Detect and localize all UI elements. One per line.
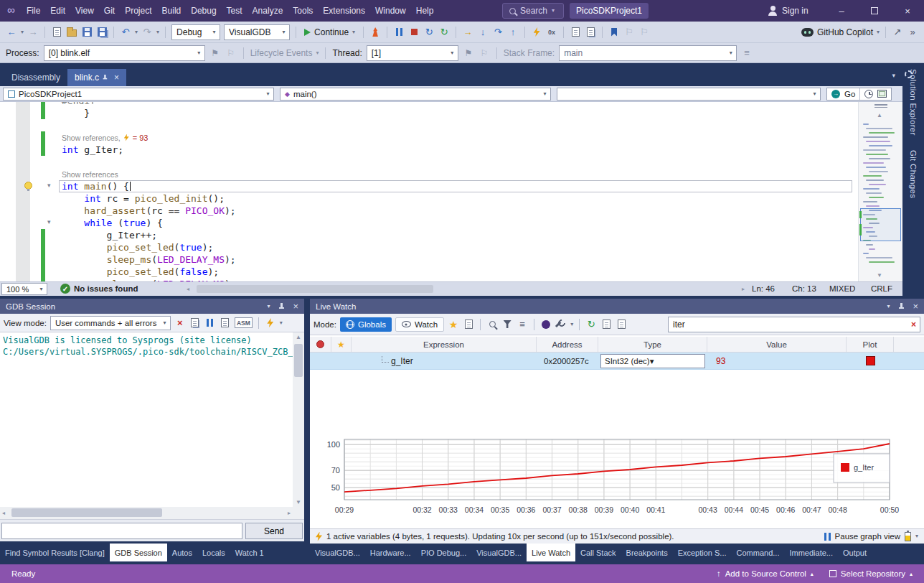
undo-caret-icon[interactable]: ▾ bbox=[135, 29, 138, 35]
stop-capture-icon[interactable]: × bbox=[174, 317, 186, 330]
add-to-source-control-button[interactable]: ↑ Add to Source Control ▴ bbox=[717, 569, 814, 578]
gdb-vertical-scrollbar[interactable]: ▲ ▼ bbox=[293, 332, 304, 507]
memory-window-icon[interactable] bbox=[570, 26, 581, 39]
panel-tab-live-watch[interactable]: Live Watch bbox=[527, 544, 575, 561]
watch-toggle[interactable]: Watch bbox=[395, 317, 444, 332]
scroll-left-icon[interactable]: ◂ bbox=[187, 286, 189, 292]
scroll-right-icon[interactable]: ▸ bbox=[288, 510, 291, 516]
scroll-left-icon[interactable]: ◂ bbox=[2, 510, 5, 516]
panel-tab-visualgdb[interactable]: VisualGDB... bbox=[310, 544, 365, 561]
save-all-icon[interactable] bbox=[96, 26, 108, 39]
panel-tab-call-stack[interactable]: Call Stack bbox=[575, 544, 621, 561]
diagnostic-tools-icon[interactable] bbox=[531, 26, 542, 39]
panel-tab-autos[interactable]: Autos bbox=[167, 544, 197, 561]
panel-tab-hardware[interactable]: Hardware... bbox=[365, 544, 416, 561]
plot-swatch[interactable] bbox=[866, 356, 875, 365]
panel-tab-pio-debug[interactable]: PIO Debug... bbox=[416, 544, 472, 561]
settings-caret-icon[interactable]: ▾ bbox=[570, 322, 573, 327]
hex-display-icon[interactable]: 0x bbox=[546, 26, 557, 39]
save-icon[interactable] bbox=[81, 26, 93, 39]
menu-debug[interactable]: Debug bbox=[186, 0, 221, 22]
menu-analyze[interactable]: Analyze bbox=[248, 0, 288, 22]
menu-extensions[interactable]: Extensions bbox=[318, 0, 370, 22]
filter-icon[interactable] bbox=[501, 318, 513, 331]
pause-output-icon[interactable] bbox=[204, 317, 216, 330]
new-file-icon[interactable] bbox=[51, 26, 62, 39]
custom-shortcuts-icon[interactable] bbox=[265, 317, 276, 330]
redo-caret-icon[interactable]: ▾ bbox=[156, 29, 159, 35]
titlebar-project-badge[interactable]: PicoSDKProject1 bbox=[570, 3, 649, 19]
panel-tab-exception-s[interactable]: Exception S... bbox=[673, 544, 732, 561]
navigate-forward-icon[interactable]: → bbox=[27, 26, 39, 39]
toolbar-overflow-icon[interactable]: » bbox=[907, 26, 918, 39]
undo-icon[interactable]: ↶ bbox=[120, 26, 131, 39]
codelens-line[interactable]: Show references bbox=[62, 168, 854, 180]
gdb-output[interactable]: VisualGDB is licensed to Sysprogs (site … bbox=[0, 332, 293, 507]
scrollbar-thumb[interactable] bbox=[11, 508, 162, 517]
scroll-right-icon[interactable]: ▸ bbox=[742, 286, 745, 292]
globals-toggle[interactable]: Globals bbox=[340, 317, 392, 332]
panel-tab-visualgdb[interactable]: VisualGDB... bbox=[471, 544, 527, 561]
minimap[interactable]: ▲ ▼ bbox=[858, 102, 902, 281]
debug-location-options-icon[interactable]: ≡ bbox=[741, 47, 753, 60]
live-memory-icon[interactable] bbox=[877, 90, 887, 98]
panel-tab-immediate[interactable]: Immediate... bbox=[784, 544, 838, 561]
code-line[interactable]: } bbox=[62, 107, 854, 119]
menu-help[interactable]: Help bbox=[411, 0, 439, 22]
step-over-icon[interactable]: ↷ bbox=[492, 26, 504, 39]
code-line[interactable]: g_Iter++; bbox=[62, 229, 854, 241]
fold-chevron-icon[interactable]: ▾ bbox=[47, 218, 51, 225]
gdb-session-title-bar[interactable]: GDB Session ▾ × bbox=[0, 299, 304, 314]
window-position-icon[interactable]: ▾ bbox=[267, 304, 270, 309]
code-editor[interactable]: ▾ ▾ #endif }Show references,= 93int g_It… bbox=[0, 102, 902, 281]
restart-icon[interactable]: ↻ bbox=[423, 26, 435, 39]
member-scope-combo[interactable]: ▾ bbox=[557, 88, 821, 101]
side-tab-git-changes[interactable]: Git Changes bbox=[909, 150, 918, 198]
code-line[interactable]: hard_assert(rc == PICO_OK); bbox=[62, 205, 854, 217]
thread-combo[interactable]: [1]▾ bbox=[367, 45, 458, 61]
export-icon[interactable] bbox=[600, 318, 612, 331]
registers-window-icon[interactable] bbox=[585, 26, 596, 39]
profiler-clock-icon[interactable] bbox=[864, 90, 873, 98]
hot-reload-icon[interactable] bbox=[369, 26, 381, 39]
flag-icon[interactable]: ⚑ bbox=[209, 47, 221, 60]
watch-row[interactable]: g_Iter0x2000257cSInt32 (dec)▾93 bbox=[310, 353, 924, 370]
document-tab-blink-c[interactable]: blink.c× bbox=[67, 69, 126, 86]
view-mode-combo[interactable]: User commands + all errors▾ bbox=[50, 316, 171, 330]
bookmark-icon[interactable] bbox=[608, 26, 620, 39]
panel-tab-breakpoints[interactable]: Breakpoints bbox=[621, 544, 673, 561]
document-health-indicator[interactable]: ✓ No issues found bbox=[60, 284, 138, 294]
maximize-button[interactable] bbox=[858, 0, 891, 22]
menu-file[interactable]: File bbox=[22, 0, 45, 22]
plot-zoom-icon[interactable] bbox=[486, 318, 498, 331]
panel-tab-command[interactable]: Command... bbox=[732, 544, 785, 561]
show-next-statement-icon[interactable]: → bbox=[462, 26, 473, 39]
lifecycle-events-button[interactable]: Lifecycle Events ▾ bbox=[250, 48, 319, 58]
scroll-up-icon[interactable]: ▲ bbox=[877, 112, 882, 118]
pin-icon[interactable] bbox=[102, 75, 108, 80]
codelens-references[interactable]: Show references, bbox=[62, 134, 121, 142]
quick-actions-lightbulb-icon[interactable] bbox=[24, 182, 32, 190]
visual-studio-logo-icon[interactable]: ∞ bbox=[7, 4, 15, 16]
code-line[interactable]: int main() { bbox=[62, 180, 854, 192]
menu-view[interactable]: View bbox=[70, 0, 99, 22]
fold-chevron-icon[interactable]: ▾ bbox=[47, 182, 51, 189]
scroll-up-icon[interactable]: ▲ bbox=[296, 334, 301, 340]
scroll-down-icon[interactable]: ▼ bbox=[877, 272, 882, 279]
open-log-icon[interactable] bbox=[189, 317, 201, 330]
step-into-icon[interactable]: ↓ bbox=[477, 26, 489, 39]
code-line[interactable]: sleep_ms(LED_DELAY_MS); bbox=[62, 253, 854, 266]
expression-name[interactable]: g_Iter bbox=[391, 356, 413, 366]
solution-platforms-combo[interactable]: VisualGDB▾ bbox=[224, 24, 290, 40]
continue-button[interactable]: Continue ▾ bbox=[302, 27, 357, 37]
code-line[interactable]: int g_Iter; bbox=[62, 144, 854, 156]
close-window-button[interactable]: × bbox=[891, 0, 924, 22]
format-icon[interactable] bbox=[540, 318, 552, 331]
column-header-value[interactable]: Value bbox=[707, 337, 847, 352]
column-header-plot[interactable]: Plot bbox=[847, 337, 894, 352]
clear-search-icon[interactable]: × bbox=[911, 320, 916, 330]
close-panel-icon[interactable]: × bbox=[293, 301, 298, 312]
send-button[interactable]: Send bbox=[245, 523, 303, 539]
break-all-icon[interactable] bbox=[393, 26, 405, 39]
stop-debugging-icon[interactable] bbox=[408, 26, 420, 39]
